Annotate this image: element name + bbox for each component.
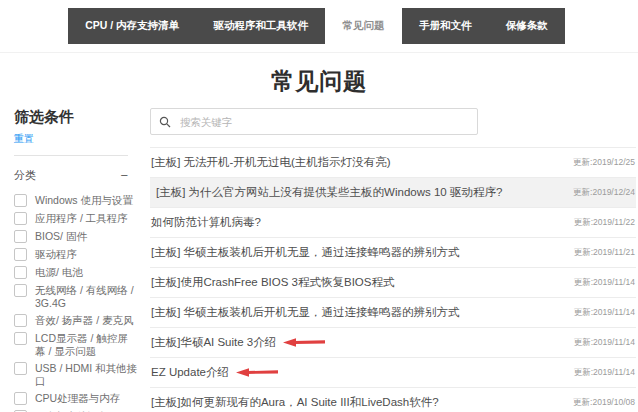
faq-updated-date: 更新:2019/11/14 (574, 337, 635, 349)
page-title: 常见问题 (0, 66, 638, 97)
checkbox-icon[interactable] (14, 284, 27, 297)
content-layout: 筛选条件 重置 分类 − Windows 使用与设置 应用程序 / 工具程序 B… (0, 108, 638, 412)
category-item-label: 应用程序 / 工具程序 (35, 212, 128, 225)
faq-updated-date: 更新:2019/11/14 (574, 367, 635, 379)
checkbox-icon[interactable] (14, 194, 27, 207)
faq-row[interactable]: [主板]华硕AI Suite 3介绍 更新:2019/11/14 (150, 328, 636, 358)
faq-title: [主板] 华硕主板装机后开机无显，通过连接蜂鸣器的辨别方式 (151, 305, 460, 320)
category-list: Windows 使用与设置 应用程序 / 工具程序 BIOS/ 固件 驱动程序 … (14, 194, 140, 412)
tab-warranty-terms[interactable]: 保修条款 (489, 8, 565, 44)
faq-updated-date: 更新:2019/11/22 (574, 217, 635, 229)
category-checkbox-item[interactable]: 无线网络 / 有线网络 / 3G.4G (14, 284, 138, 309)
category-checkbox-item[interactable]: LCD显示器 / 触控屏幕 / 显示问题 (14, 332, 138, 357)
category-item-label: CPU处理器与内存 (35, 392, 120, 405)
category-item-label: USB / HDMI 和其他接口 (35, 362, 138, 387)
checkbox-icon[interactable] (14, 266, 27, 279)
checkbox-icon[interactable] (14, 212, 27, 225)
faq-title: EZ Update介绍 (151, 365, 278, 380)
checkbox-icon[interactable] (14, 362, 27, 375)
filter-title: 筛选条件 (14, 108, 140, 127)
category-checkbox-item[interactable]: USB / HDMI 和其他接口 (14, 362, 138, 387)
checkbox-icon[interactable] (14, 392, 27, 405)
faq-updated-date: 更新:2019/11/14 (574, 307, 635, 319)
category-item-label: LCD显示器 / 触控屏幕 / 显示问题 (35, 332, 138, 357)
faq-title: [主板] 华硕主板装机后开机无显，通过连接蜂鸣器的辨别方式 (151, 245, 460, 260)
product-page-header: CPU / 内存支持清单驱动程序和工具软件常见问题手册和文件保修条款 (0, 8, 638, 53)
tab-cpu-memory-support-list[interactable]: CPU / 内存支持清单 (68, 8, 196, 44)
tab-manuals-and-documents[interactable]: 手册和文件 (402, 8, 489, 44)
faq-updated-date: 更新:2019/12/24 (573, 187, 635, 199)
category-checkbox-item[interactable]: CPU处理器与内存 (14, 392, 138, 405)
category-checkbox-item[interactable]: 应用程序 / 工具程序 (14, 212, 138, 225)
product-tabs-bar: CPU / 内存支持清单驱动程序和工具软件常见问题手册和文件保修条款 (68, 8, 565, 44)
category-item-label: 无线网络 / 有线网络 / 3G.4G (35, 284, 138, 309)
category-item-label: 音效/ 扬声器 / 麦克风 (35, 314, 134, 327)
category-item-label: 驱动程序 (35, 248, 77, 261)
faq-row[interactable]: EZ Update介绍 更新:2019/11/14 (150, 358, 636, 388)
category-checkbox-item[interactable]: BIOS/ 固件 (14, 230, 138, 243)
faq-title: [主板] 为什么官方网站上没有提供某些主板的Windows 10 驱动程序? (156, 185, 502, 200)
faq-list: [主板] 无法开机-开机无过电(主机指示灯没有亮) 更新:2019/12/25 … (150, 147, 636, 412)
tab-faq[interactable]: 常见问题 (325, 8, 401, 44)
faq-row[interactable]: [主板]使用CrashFree BIOS 3程式恢复BIOS程式 更新:2019… (150, 268, 636, 298)
annotation-arrow-icon (236, 367, 278, 378)
category-checkbox-item[interactable]: 驱动程序 (14, 248, 138, 261)
checkbox-icon[interactable] (14, 332, 27, 345)
filter-sidebar: 筛选条件 重置 分类 − Windows 使用与设置 应用程序 / 工具程序 B… (14, 108, 140, 412)
reset-link[interactable]: 重置 (14, 132, 34, 146)
faq-updated-date: 更新:2019/10/08 (573, 397, 635, 409)
category-item-label: Windows 使用与设置 (35, 194, 133, 207)
category-label: 分类 (14, 168, 36, 183)
faq-title: [主板]如何更新现有的Aura，AI Suite III和LiveDash软件? (151, 395, 439, 410)
faq-row[interactable]: [主板] 华硕主板装机后开机无显，通过连接蜂鸣器的辨别方式 更新:2019/11… (150, 298, 636, 328)
faq-panel: [主板] 无法开机-开机无过电(主机指示灯没有亮) 更新:2019/12/25 … (150, 108, 636, 412)
checkbox-icon[interactable] (14, 248, 27, 261)
collapse-minus-icon[interactable]: − (120, 171, 128, 181)
category-checkbox-item[interactable]: 音效/ 扬声器 / 麦克风 (14, 314, 138, 327)
tab-drivers-and-tools[interactable]: 驱动程序和工具软件 (196, 8, 325, 44)
category-section-header: 分类 − (14, 168, 128, 183)
faq-title: [主板] 无法开机-开机无过电(主机指示灯没有亮) (151, 155, 391, 170)
faq-row[interactable]: 如何防范计算机病毒? 更新:2019/11/22 (150, 208, 636, 238)
annotation-arrow-icon (283, 337, 325, 348)
faq-row[interactable]: [主板] 为什么官方网站上没有提供某些主板的Windows 10 驱动程序? 更… (150, 178, 636, 208)
checkbox-icon[interactable] (14, 314, 27, 327)
faq-title: [主板]使用CrashFree BIOS 3程式恢复BIOS程式 (151, 275, 394, 290)
faq-row[interactable]: [主板]如何更新现有的Aura，AI Suite III和LiveDash软件?… (150, 388, 636, 412)
faq-row[interactable]: [主板] 华硕主板装机后开机无显，通过连接蜂鸣器的辨别方式 更新:2019/11… (150, 238, 636, 268)
category-checkbox-item[interactable]: Windows 使用与设置 (14, 194, 138, 207)
sidebar-divider (14, 155, 128, 156)
category-item-label: BIOS/ 固件 (35, 230, 87, 243)
faq-title: 如何防范计算机病毒? (151, 215, 261, 230)
checkbox-icon[interactable] (14, 230, 27, 243)
faq-updated-date: 更新:2019/11/14 (574, 277, 635, 289)
faq-updated-date: 更新:2019/12/25 (573, 157, 635, 169)
category-checkbox-item[interactable]: 电源/ 电池 (14, 266, 138, 279)
search-input[interactable] (178, 115, 469, 129)
faq-updated-date: 更新:2019/11/21 (574, 247, 635, 259)
faq-row[interactable]: [主板] 无法开机-开机无过电(主机指示灯没有亮) 更新:2019/12/25 (150, 148, 636, 178)
faq-title: [主板]华硕AI Suite 3介绍 (151, 335, 325, 350)
category-item-label: 电源/ 电池 (35, 266, 83, 279)
search-box[interactable] (150, 108, 478, 135)
search-icon (159, 116, 171, 128)
